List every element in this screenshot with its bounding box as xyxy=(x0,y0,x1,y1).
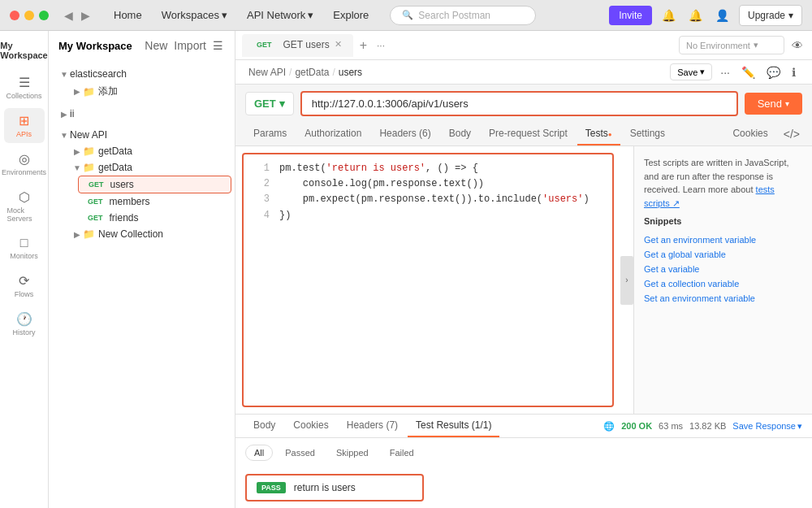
add-tab-button[interactable]: + xyxy=(353,38,374,53)
snippet-set-env-var[interactable]: Set an environment variable xyxy=(644,291,802,306)
titlebar-nav: Home Workspaces ▾ API Network ▾ Explore … xyxy=(106,6,609,25)
tree-row-users[interactable]: GET users xyxy=(78,176,231,193)
expand-icon[interactable]: </> xyxy=(781,125,802,143)
chevron-down-icon: ▾ xyxy=(754,40,758,50)
snippets-description: Test scripts are written in JavaScript, … xyxy=(644,156,802,210)
apis-icon: ⊞ xyxy=(19,113,29,128)
snippet-get-collection-var[interactable]: Get a collection variable xyxy=(644,276,802,291)
save-button[interactable]: Save ▾ xyxy=(670,63,712,80)
sidebar-item-flows[interactable]: ⟳ Flows xyxy=(4,268,45,303)
snippet-get-global-var[interactable]: Get a global variable xyxy=(644,247,802,262)
tab-close-icon[interactable]: ✕ xyxy=(335,39,342,50)
forward-button[interactable]: ▶ xyxy=(79,9,93,22)
tree-row-members[interactable]: GET members xyxy=(78,193,231,210)
tab-cookies[interactable]: Cookies xyxy=(724,123,775,145)
code-editor[interactable]: 1 pm.test('return is users', () => { 2 c… xyxy=(242,153,614,407)
filter-tab-passed[interactable]: Passed xyxy=(276,445,324,461)
sidebar-item-history[interactable]: 🕐 History xyxy=(4,306,45,341)
tree-row-new-collection[interactable]: ▶ 📁 New Collection xyxy=(65,226,231,242)
tree-row-getdata-child[interactable]: ▼ 📁 getData xyxy=(65,159,231,176)
breadcrumb-more-icon[interactable]: ··· xyxy=(717,64,733,80)
panel-toggle-button[interactable]: › xyxy=(620,256,633,305)
sidebar-item-mock-servers[interactable]: ⬡ Mock Servers xyxy=(4,185,45,228)
sidebar-header: My Workspace New Import ☰ xyxy=(49,31,235,60)
send-button[interactable]: Send ▾ xyxy=(745,93,802,115)
filter-tab-failed[interactable]: Failed xyxy=(381,445,423,461)
expand-icon: ▶ xyxy=(58,108,70,119)
invite-button[interactable]: Invite xyxy=(609,6,652,25)
snippet-get-env-var[interactable]: Get an environment variable xyxy=(644,232,802,247)
tab-get-users[interactable]: GET GET users ✕ xyxy=(242,34,353,57)
tree-row-ii[interactable]: ▶ ii xyxy=(52,106,231,122)
nav-api-network[interactable]: API Network ▾ xyxy=(239,6,322,24)
pass-result-item: PASS return is users xyxy=(245,474,424,501)
environment-selector[interactable]: No Environment ▾ xyxy=(679,36,784,54)
save-response-button[interactable]: Save Response ▾ xyxy=(732,421,802,432)
info-icon[interactable]: ℹ xyxy=(788,64,799,80)
collections-icon: ☰ xyxy=(19,75,30,90)
tree-children-new-api: ▶ 📁 getData ▼ 📁 getData GET u xyxy=(49,143,235,242)
sidebar-header-buttons: New Import ☰ xyxy=(143,37,225,54)
minimize-button[interactable] xyxy=(24,11,34,20)
new-api-button[interactable]: New xyxy=(143,37,169,54)
titlebar-right: Invite 🔔 🔔 👤 Upgrade ▾ xyxy=(609,5,802,26)
search-bar[interactable]: 🔍 Search Postman xyxy=(390,6,536,25)
edit-icon[interactable]: ✏️ xyxy=(738,64,758,80)
nav-explore[interactable]: Explore xyxy=(325,6,377,24)
sync-icon[interactable]: 🔔 xyxy=(659,9,679,22)
filter-tab-all[interactable]: All xyxy=(245,445,273,461)
tab-headers[interactable]: Headers (6) xyxy=(371,123,438,145)
tab-tests[interactable]: Tests● xyxy=(577,123,620,145)
filter-tabs: All Passed Skipped Failed xyxy=(235,438,812,467)
tab-more-button[interactable]: ··· xyxy=(374,40,388,51)
nav-home[interactable]: Home xyxy=(106,6,150,24)
search-icon: 🔍 xyxy=(402,10,413,20)
url-input[interactable] xyxy=(300,91,738,116)
response-time: 63 ms xyxy=(659,421,683,431)
upgrade-button[interactable]: Upgrade ▾ xyxy=(739,5,802,26)
resp-tab-cookies[interactable]: Cookies xyxy=(285,415,336,437)
pass-badge: PASS xyxy=(257,482,286,493)
tree-row-getdata-parent[interactable]: ▶ 📁 getData xyxy=(65,143,231,159)
comment-icon[interactable]: 💬 xyxy=(763,64,784,80)
nav-workspaces[interactable]: Workspaces ▾ xyxy=(153,6,235,24)
resp-tab-headers[interactable]: Headers (7) xyxy=(339,415,406,437)
method-select[interactable]: GET ▾ xyxy=(245,92,294,115)
resp-tab-body[interactable]: Body xyxy=(245,415,283,437)
tree-row-elasticsearch[interactable]: ▼ elasticsearch xyxy=(52,66,231,82)
sidebar-menu-icon[interactable]: ☰ xyxy=(211,37,225,54)
bell-icon[interactable]: 🔔 xyxy=(685,9,706,22)
tree-row-new-api[interactable]: ▼ New API xyxy=(52,127,231,143)
resp-tab-test-results[interactable]: Test Results (1/1) xyxy=(408,415,499,437)
sidebar-item-monitors[interactable]: □ Monitors xyxy=(4,231,45,265)
close-button[interactable] xyxy=(10,11,19,20)
tab-settings[interactable]: Settings xyxy=(622,123,673,145)
sidebar-item-environments[interactable]: ◎ Environments xyxy=(4,146,45,181)
response-tabs-bar: Body Cookies Headers (7) Test Results (1… xyxy=(235,415,812,438)
filter-tab-skipped[interactable]: Skipped xyxy=(327,445,378,461)
history-icon: 🕐 xyxy=(16,311,32,327)
collapse-icon: ▼ xyxy=(58,129,70,141)
chevron-down-icon: ▾ xyxy=(700,67,705,77)
tree-item-elasticsearch: ▼ elasticsearch ▶ 📁 添加 xyxy=(49,63,235,103)
sidebar-item-apis[interactable]: ⊞ APIs xyxy=(4,108,45,143)
breadcrumb-separator: / xyxy=(289,67,292,78)
import-button[interactable]: Import xyxy=(172,37,208,54)
env-add-icon[interactable]: 👁 xyxy=(789,37,806,54)
snippet-get-var[interactable]: Get a variable xyxy=(644,262,802,276)
workspace-title: My Workspace xyxy=(58,40,132,52)
sidebar-item-collections[interactable]: ☰ Collections xyxy=(4,70,45,105)
content-area: GET GET users ✕ + ··· No Environment ▾ 👁… xyxy=(235,31,812,508)
tree-row-add[interactable]: ▶ 📁 添加 xyxy=(65,82,231,101)
tab-pre-request-script[interactable]: Pre-request Script xyxy=(481,123,576,145)
tab-params[interactable]: Params xyxy=(245,123,295,145)
back-button[interactable]: ◀ xyxy=(62,9,76,22)
tab-authorization[interactable]: Authorization xyxy=(296,123,369,145)
avatar-icon[interactable]: 👤 xyxy=(712,9,732,22)
tab-body[interactable]: Body xyxy=(441,123,479,145)
globe-icon: 🌐 xyxy=(603,421,615,432)
maximize-button[interactable] xyxy=(39,11,49,20)
tab-bar: GET GET users ✕ + ··· No Environment ▾ 👁 xyxy=(235,31,812,60)
tree-row-friends[interactable]: GET friends xyxy=(78,210,231,226)
request-tabs: Params Authorization Headers (6) Body Pr… xyxy=(235,123,812,146)
